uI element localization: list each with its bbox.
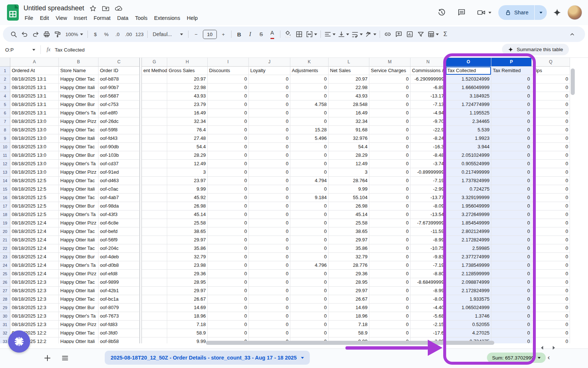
row-header-2[interactable]: 2 bbox=[0, 75, 10, 84]
cell-L18[interactable]: 45.14 bbox=[329, 210, 369, 219]
cell-N1[interactable]: Commissions & bbox=[410, 67, 446, 75]
row-header-23[interactable]: 23 bbox=[0, 253, 10, 261]
grid-corner[interactable] bbox=[0, 58, 10, 67]
cell-B2[interactable]: Happy Otter Tac bbox=[59, 75, 98, 84]
font-size-input[interactable]: 10 bbox=[202, 29, 218, 40]
cell-C9[interactable]: oof-fd43 bbox=[98, 134, 140, 143]
gemini-fab-button[interactable] bbox=[8, 330, 30, 353]
cell-I24[interactable]: 0 bbox=[208, 261, 249, 270]
cell-M3[interactable]: 0 bbox=[369, 84, 410, 92]
cell-A7[interactable]: 08/18/2025 13:0 bbox=[10, 117, 59, 126]
column-header-N[interactable]: N bbox=[410, 58, 446, 67]
cell-Q24[interactable]: 0 bbox=[532, 261, 570, 270]
cell-J11[interactable]: 0 bbox=[249, 151, 290, 160]
cell-M10[interactable]: 0 bbox=[369, 143, 410, 151]
account-avatar[interactable] bbox=[567, 5, 582, 20]
cell-K16[interactable]: 9.184 bbox=[290, 194, 329, 202]
cell-I23[interactable]: 0 bbox=[208, 253, 249, 261]
star-icon[interactable] bbox=[89, 5, 97, 12]
cell-H23[interactable]: 32.79 bbox=[167, 253, 208, 261]
column-header-K[interactable]: K bbox=[290, 58, 329, 67]
gemini-sparkle-icon[interactable] bbox=[551, 4, 564, 21]
cell-G27[interactable] bbox=[142, 287, 167, 295]
cell-B5[interactable]: Happy Otter Bur bbox=[59, 100, 98, 109]
column-header-P[interactable]: P bbox=[491, 58, 532, 67]
cell-J31[interactable]: 0 bbox=[249, 321, 290, 329]
cell-G22[interactable] bbox=[142, 244, 167, 253]
cell-H4[interactable]: 43.93 bbox=[167, 92, 208, 100]
more-formats-button[interactable]: 123 bbox=[134, 29, 145, 40]
cell-N20[interactable]: -11.59 bbox=[410, 227, 446, 236]
cell-M12[interactable]: 0 bbox=[369, 160, 410, 168]
cell-M19[interactable]: 0 bbox=[369, 219, 410, 227]
cell-C32[interactable]: oof-3fd0 bbox=[98, 329, 140, 337]
cell-C15[interactable]: oof-c0ac bbox=[98, 185, 140, 194]
cell-K8[interactable]: 15.28 bbox=[290, 126, 329, 134]
cell-B8[interactable]: Happy Otter Tac bbox=[59, 126, 98, 134]
cell-M24[interactable]: 0 bbox=[369, 261, 410, 270]
paint-format-icon[interactable] bbox=[52, 29, 63, 40]
cell-B6[interactable]: Happy Otter's Ta bbox=[59, 109, 98, 117]
scroll-right-icon[interactable] bbox=[553, 346, 555, 350]
cell-Q13[interactable]: 0 bbox=[532, 168, 570, 177]
cell-J28[interactable]: 0 bbox=[249, 295, 290, 304]
cell-K24[interactable]: 4.796 bbox=[290, 261, 329, 270]
cell-C26[interactable]: oof-9899 bbox=[98, 278, 140, 287]
cell-O24[interactable]: 1.738549999 bbox=[446, 261, 491, 270]
cell-A10[interactable]: 08/18/2025 13:0 bbox=[10, 143, 59, 151]
cell-H1[interactable]: Gross Sales bbox=[167, 67, 208, 75]
row-header-3[interactable]: 3 bbox=[0, 84, 10, 92]
cell-G18[interactable] bbox=[142, 210, 167, 219]
cell-Q5[interactable]: 0 bbox=[532, 100, 570, 109]
cell-L31[interactable]: 7.18 bbox=[329, 321, 369, 329]
vertical-align-button[interactable] bbox=[337, 29, 350, 40]
cell-N10[interactable]: -16.3 bbox=[410, 143, 446, 151]
cell-C13[interactable]: oof-91ed bbox=[98, 168, 140, 177]
cell-N5[interactable]: -7.13 bbox=[410, 100, 446, 109]
cell-H15[interactable]: 9.99 bbox=[167, 185, 208, 194]
menu-file[interactable]: File bbox=[21, 14, 36, 22]
cell-B14[interactable]: Happy Otter Tac bbox=[59, 177, 98, 185]
cell-J23[interactable]: 0 bbox=[249, 253, 290, 261]
add-sheet-icon[interactable] bbox=[43, 354, 51, 362]
cell-P31[interactable]: 0 bbox=[491, 321, 532, 329]
cell-L27[interactable]: 29.97 bbox=[329, 287, 369, 295]
cell-I9[interactable]: 0 bbox=[208, 134, 249, 143]
cell-P4[interactable]: 0 bbox=[491, 92, 532, 100]
cell-I25[interactable]: 0 bbox=[208, 270, 249, 278]
cell-C30[interactable]: oof-7673 bbox=[98, 312, 140, 321]
cell-P27[interactable]: 0 bbox=[491, 287, 532, 295]
cell-B11[interactable]: Happy Otter Bur bbox=[59, 151, 98, 160]
cell-H7[interactable]: 32.34 bbox=[167, 117, 208, 126]
cell-I21[interactable]: 0 bbox=[208, 236, 249, 244]
summarize-table-button[interactable]: Summarize this table bbox=[502, 44, 569, 55]
cell-C31[interactable]: oof-fd83 bbox=[98, 321, 140, 329]
increase-font-size-button[interactable]: + bbox=[218, 29, 229, 40]
cell-B26[interactable]: Happy Otter Tac bbox=[59, 278, 98, 287]
cell-C1[interactable]: Order ID bbox=[98, 67, 140, 75]
cell-Q20[interactable]: 0 bbox=[532, 227, 570, 236]
cell-G10[interactable] bbox=[142, 143, 167, 151]
cell-P20[interactable]: 0 bbox=[491, 227, 532, 236]
cell-A14[interactable]: 08/18/2025 12:5 bbox=[10, 177, 59, 185]
cell-M23[interactable]: 0 bbox=[369, 253, 410, 261]
cell-I18[interactable]: 0 bbox=[208, 210, 249, 219]
cell-J10[interactable]: 0 bbox=[249, 143, 290, 151]
cell-M22[interactable]: 0 bbox=[369, 244, 410, 253]
cell-M11[interactable]: 0 bbox=[369, 151, 410, 160]
cell-M13[interactable]: 0 bbox=[369, 168, 410, 177]
cell-P17[interactable]: 0 bbox=[491, 202, 532, 210]
cell-Q30[interactable]: 0 bbox=[532, 312, 570, 321]
cell-L28[interactable]: 26.67 bbox=[329, 295, 369, 304]
text-color-button[interactable]: A bbox=[270, 30, 274, 39]
cell-P15[interactable]: 0 bbox=[491, 185, 532, 194]
cell-I26[interactable]: 0 bbox=[208, 278, 249, 287]
cell-A16[interactable]: 08/18/2025 12:5 bbox=[10, 194, 59, 202]
cell-L24[interactable]: 28.776 bbox=[329, 261, 369, 270]
italic-button[interactable]: I bbox=[245, 29, 256, 40]
decrease-font-size-button[interactable]: − bbox=[191, 29, 202, 40]
cell-P32[interactable]: 0 bbox=[491, 329, 532, 337]
cell-I27[interactable]: 0 bbox=[208, 287, 249, 295]
cell-J16[interactable]: 0 bbox=[249, 194, 290, 202]
print-icon[interactable] bbox=[41, 29, 52, 40]
